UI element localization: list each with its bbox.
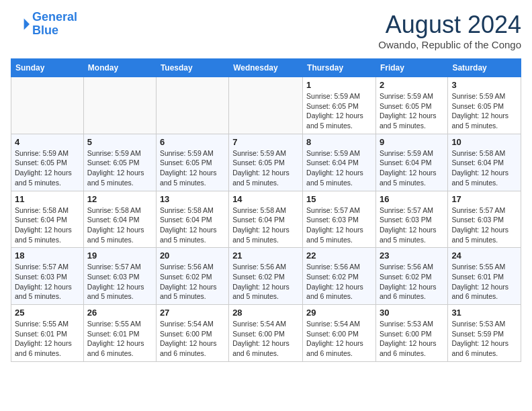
calendar-day-cell: 15Sunrise: 5:57 AM Sunset: 6:03 PM Dayli…: [303, 191, 376, 248]
calendar-day-cell: 31Sunrise: 5:53 AM Sunset: 5:59 PM Dayli…: [448, 305, 521, 362]
day-info: Sunrise: 5:58 AM Sunset: 6:04 PM Dayligh…: [87, 205, 152, 245]
logo-line2: Blue: [32, 24, 58, 37]
location-subtitle: Owando, Republic of the Congo: [378, 39, 521, 50]
day-of-week-header: Thursday: [303, 59, 376, 77]
day-number: 9: [380, 137, 444, 147]
day-info: Sunrise: 5:56 AM Sunset: 6:02 PM Dayligh…: [306, 262, 372, 302]
day-info: Sunrise: 5:58 AM Sunset: 6:04 PM Dayligh…: [15, 205, 80, 245]
calendar-week-row: 11Sunrise: 5:58 AM Sunset: 6:04 PM Dayli…: [11, 191, 521, 248]
calendar-day-cell: 18Sunrise: 5:57 AM Sunset: 6:03 PM Dayli…: [11, 248, 84, 305]
day-info: Sunrise: 5:59 AM Sunset: 6:04 PM Dayligh…: [380, 148, 444, 188]
day-number: 27: [160, 308, 225, 318]
day-info: Sunrise: 5:56 AM Sunset: 6:02 PM Dayligh…: [232, 262, 299, 302]
day-number: 17: [451, 194, 517, 204]
calendar-day-cell: 24Sunrise: 5:55 AM Sunset: 6:01 PM Dayli…: [448, 248, 521, 305]
calendar-header-row: SundayMondayTuesdayWednesdayThursdayFrid…: [11, 59, 521, 77]
day-number: 7: [232, 137, 299, 147]
day-number: 30: [380, 308, 444, 318]
calendar-day-cell: 10Sunrise: 5:58 AM Sunset: 6:04 PM Dayli…: [448, 134, 521, 191]
day-number: 18: [15, 250, 80, 261]
day-info: Sunrise: 5:57 AM Sunset: 6:03 PM Dayligh…: [87, 262, 152, 302]
calendar-day-cell: 14Sunrise: 5:58 AM Sunset: 6:04 PM Dayli…: [229, 191, 303, 248]
day-info: Sunrise: 5:57 AM Sunset: 6:03 PM Dayligh…: [306, 205, 372, 245]
day-number: 22: [306, 250, 372, 261]
day-info: Sunrise: 5:54 AM Sunset: 6:00 PM Dayligh…: [232, 319, 299, 359]
calendar-day-cell: 8Sunrise: 5:59 AM Sunset: 6:04 PM Daylig…: [303, 134, 376, 191]
day-info: Sunrise: 5:59 AM Sunset: 6:05 PM Dayligh…: [306, 91, 372, 131]
day-info: Sunrise: 5:56 AM Sunset: 6:02 PM Dayligh…: [160, 262, 225, 302]
day-of-week-header: Wednesday: [229, 59, 303, 77]
day-of-week-header: Saturday: [448, 59, 521, 77]
day-number: 29: [306, 308, 372, 318]
calendar-day-cell: 20Sunrise: 5:56 AM Sunset: 6:02 PM Dayli…: [156, 248, 228, 305]
day-number: 25: [15, 308, 80, 318]
month-year-title: August 2024: [378, 11, 521, 39]
calendar-day-cell: 21Sunrise: 5:56 AM Sunset: 6:02 PM Dayli…: [229, 248, 303, 305]
calendar-day-cell: [83, 77, 156, 134]
calendar-day-cell: [229, 77, 303, 134]
calendar-day-cell: 22Sunrise: 5:56 AM Sunset: 6:02 PM Dayli…: [303, 248, 376, 305]
calendar-day-cell: 26Sunrise: 5:55 AM Sunset: 6:01 PM Dayli…: [83, 305, 156, 362]
day-number: 16: [380, 194, 444, 204]
day-number: 28: [232, 308, 299, 318]
calendar-day-cell: 11Sunrise: 5:58 AM Sunset: 6:04 PM Dayli…: [11, 191, 84, 248]
logo: General Blue: [11, 11, 77, 38]
day-of-week-header: Sunday: [11, 59, 84, 77]
day-info: Sunrise: 5:59 AM Sunset: 6:04 PM Dayligh…: [306, 148, 372, 188]
day-info: Sunrise: 5:53 AM Sunset: 5:59 PM Dayligh…: [451, 319, 517, 359]
calendar-day-cell: 4Sunrise: 5:59 AM Sunset: 6:05 PM Daylig…: [11, 134, 84, 191]
calendar-week-row: 1Sunrise: 5:59 AM Sunset: 6:05 PM Daylig…: [11, 77, 521, 134]
day-number: 14: [232, 194, 299, 204]
calendar-day-cell: 23Sunrise: 5:56 AM Sunset: 6:02 PM Dayli…: [375, 248, 447, 305]
day-info: Sunrise: 5:59 AM Sunset: 6:05 PM Dayligh…: [15, 148, 80, 188]
day-info: Sunrise: 5:54 AM Sunset: 6:00 PM Dayligh…: [306, 319, 372, 359]
day-number: 21: [232, 250, 299, 261]
day-number: 6: [160, 137, 225, 147]
day-info: Sunrise: 5:53 AM Sunset: 6:00 PM Dayligh…: [380, 319, 444, 359]
day-number: 13: [160, 194, 225, 204]
calendar-week-row: 18Sunrise: 5:57 AM Sunset: 6:03 PM Dayli…: [11, 248, 521, 305]
calendar-week-row: 25Sunrise: 5:55 AM Sunset: 6:01 PM Dayli…: [11, 305, 521, 362]
day-info: Sunrise: 5:58 AM Sunset: 6:04 PM Dayligh…: [451, 148, 517, 188]
calendar-day-cell: 29Sunrise: 5:54 AM Sunset: 6:00 PM Dayli…: [303, 305, 376, 362]
day-number: 12: [87, 194, 152, 204]
day-info: Sunrise: 5:58 AM Sunset: 6:04 PM Dayligh…: [160, 205, 225, 245]
day-number: 23: [380, 250, 444, 261]
day-number: 20: [160, 250, 225, 261]
day-info: Sunrise: 5:56 AM Sunset: 6:02 PM Dayligh…: [380, 262, 444, 302]
logo-text: General Blue: [32, 11, 77, 38]
day-info: Sunrise: 5:57 AM Sunset: 6:03 PM Dayligh…: [451, 205, 517, 245]
day-of-week-header: Friday: [375, 59, 447, 77]
calendar-day-cell: 13Sunrise: 5:58 AM Sunset: 6:04 PM Dayli…: [156, 191, 228, 248]
calendar-day-cell: 1Sunrise: 5:59 AM Sunset: 6:05 PM Daylig…: [303, 77, 376, 134]
day-of-week-header: Monday: [83, 59, 156, 77]
day-number: 5: [87, 137, 152, 147]
day-info: Sunrise: 5:57 AM Sunset: 6:03 PM Dayligh…: [380, 205, 444, 245]
calendar-day-cell: 17Sunrise: 5:57 AM Sunset: 6:03 PM Dayli…: [448, 191, 521, 248]
day-info: Sunrise: 5:59 AM Sunset: 6:05 PM Dayligh…: [380, 91, 444, 131]
day-number: 8: [306, 137, 372, 147]
day-number: 10: [451, 137, 517, 147]
day-info: Sunrise: 5:55 AM Sunset: 6:01 PM Dayligh…: [87, 319, 152, 359]
day-info: Sunrise: 5:58 AM Sunset: 6:04 PM Dayligh…: [232, 205, 299, 245]
calendar-table: SundayMondayTuesdayWednesdayThursdayFrid…: [11, 58, 521, 362]
calendar-day-cell: [11, 77, 84, 134]
title-section: August 2024 Owando, Republic of the Cong…: [378, 11, 521, 50]
calendar-day-cell: 2Sunrise: 5:59 AM Sunset: 6:05 PM Daylig…: [375, 77, 447, 134]
day-info: Sunrise: 5:59 AM Sunset: 6:05 PM Dayligh…: [451, 91, 517, 131]
day-number: 1: [306, 80, 372, 90]
calendar-day-cell: 7Sunrise: 5:59 AM Sunset: 6:05 PM Daylig…: [229, 134, 303, 191]
day-number: 19: [87, 250, 152, 261]
day-number: 4: [15, 137, 80, 147]
calendar-day-cell: 27Sunrise: 5:54 AM Sunset: 6:00 PM Dayli…: [156, 305, 228, 362]
day-info: Sunrise: 5:59 AM Sunset: 6:05 PM Dayligh…: [232, 148, 299, 188]
day-number: 24: [451, 250, 517, 261]
day-info: Sunrise: 5:59 AM Sunset: 6:05 PM Dayligh…: [87, 148, 152, 188]
calendar-day-cell: 19Sunrise: 5:57 AM Sunset: 6:03 PM Dayli…: [83, 248, 156, 305]
day-number: 11: [15, 194, 80, 204]
calendar-day-cell: 30Sunrise: 5:53 AM Sunset: 6:00 PM Dayli…: [375, 305, 447, 362]
day-of-week-header: Tuesday: [156, 59, 228, 77]
svg-marker-0: [24, 18, 30, 30]
day-number: 3: [451, 80, 517, 90]
calendar-day-cell: 3Sunrise: 5:59 AM Sunset: 6:05 PM Daylig…: [448, 77, 521, 134]
